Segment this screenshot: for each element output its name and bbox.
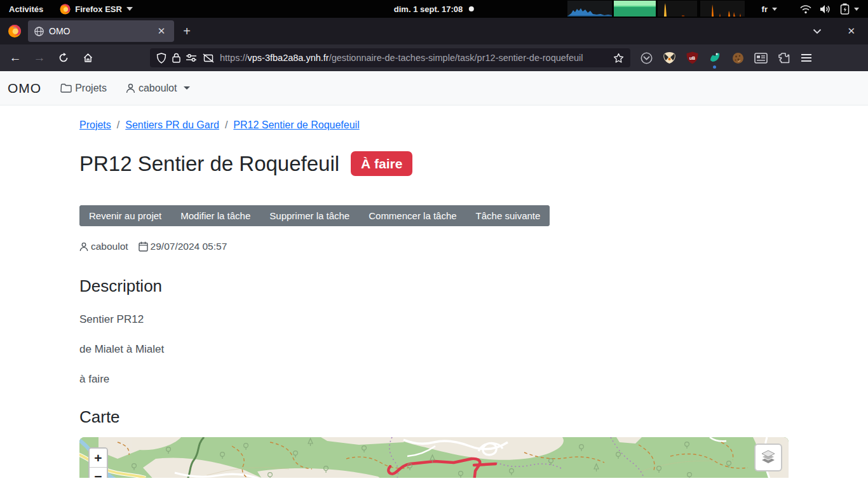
home-button[interactable] bbox=[78, 48, 98, 67]
map-heading: Carte bbox=[79, 407, 789, 427]
description-heading: Description bbox=[79, 276, 789, 296]
page-title: PR12 Sentier de Roquefeuil bbox=[79, 152, 339, 176]
page-content: OMO Projets caboulot Projets / Sentiers … bbox=[0, 71, 868, 488]
ublock-origin-icon[interactable]: uB bbox=[685, 51, 699, 65]
map-tiles bbox=[79, 437, 789, 478]
description-paragraph: de Mialet à Mialet bbox=[79, 343, 789, 356]
page-title-row: PR12 Sentier de Roquefeuil À faire bbox=[79, 151, 789, 176]
caret-down-icon bbox=[126, 7, 133, 11]
menu-hamburger-icon[interactable] bbox=[799, 51, 813, 65]
record-dot-icon bbox=[469, 6, 474, 11]
tab-title: OMO bbox=[49, 26, 149, 36]
firefox-tab-bar: OMO ✕ + ✕ bbox=[0, 18, 868, 44]
blocked-autoplay-icon[interactable] bbox=[203, 53, 214, 63]
lock-icon[interactable] bbox=[172, 53, 180, 63]
permissions-icon[interactable] bbox=[186, 53, 197, 62]
activities-button[interactable]: Activités bbox=[9, 0, 43, 18]
edit-task-button[interactable]: Modifier la tâche bbox=[171, 205, 260, 226]
activities-label: Activités bbox=[9, 4, 43, 14]
breadcrumb-separator: / bbox=[117, 119, 119, 131]
map[interactable]: + − bbox=[79, 437, 789, 478]
folder-icon bbox=[60, 83, 72, 93]
battery-indicator[interactable] bbox=[840, 0, 859, 18]
zoom-out-button[interactable]: − bbox=[90, 467, 107, 478]
reload-button[interactable] bbox=[53, 48, 74, 67]
list-tabs-chevron-icon[interactable] bbox=[813, 29, 822, 34]
tracking-shield-icon[interactable] bbox=[156, 53, 166, 64]
brand[interactable]: OMO bbox=[8, 81, 41, 96]
task-meta: caboulot 29/07/2024 05:57 bbox=[79, 241, 789, 252]
notification-dot bbox=[713, 65, 716, 69]
url-path: /gestionnaire-de-taches-simple/task/pr12… bbox=[329, 53, 583, 63]
battery-charging-icon bbox=[840, 3, 850, 15]
keyboard-layout-indicator[interactable]: fr bbox=[762, 0, 777, 18]
caret-down-icon bbox=[854, 8, 859, 11]
next-task-button[interactable]: Tâche suivante bbox=[466, 205, 550, 226]
clock[interactable]: dim. 1 sept. 17:08 bbox=[394, 0, 474, 18]
reader-card-extension-icon[interactable] bbox=[754, 51, 768, 65]
app-menu-label: Firefox ESR bbox=[75, 4, 122, 14]
bookmark-star-icon[interactable] bbox=[613, 53, 624, 64]
firefox-logo-icon bbox=[8, 24, 22, 38]
author-meta: caboulot bbox=[79, 241, 128, 252]
nav-user-dropdown[interactable]: caboulot bbox=[126, 83, 191, 94]
sysmon-disk-graph bbox=[700, 1, 745, 17]
date-label: 29/07/2024 05:57 bbox=[151, 241, 227, 252]
status-badge: À faire bbox=[351, 151, 412, 176]
nav-projects-link[interactable]: Projets bbox=[60, 83, 107, 94]
task-actions: Revenir au projet Modifier la tâche Supp… bbox=[79, 205, 550, 226]
site-navbar: OMO Projets caboulot bbox=[0, 71, 868, 105]
wifi-icon[interactable] bbox=[800, 4, 811, 14]
breadcrumb-projets[interactable]: Projets bbox=[79, 119, 111, 131]
reload-icon bbox=[58, 53, 69, 63]
url-domain: vps-3fba2a8a.ynh.fr bbox=[248, 53, 329, 63]
privacy-badger-icon[interactable] bbox=[662, 51, 676, 65]
window-close-button[interactable]: ✕ bbox=[847, 25, 855, 37]
start-task-button[interactable]: Commencer la tâche bbox=[359, 205, 466, 226]
breadcrumb-sentiers[interactable]: Sentiers PR du Gard bbox=[125, 119, 219, 131]
extension-teal-icon[interactable] bbox=[708, 51, 722, 65]
browser-tab[interactable]: OMO ✕ bbox=[28, 20, 174, 42]
description-paragraph: à faire bbox=[79, 373, 789, 386]
breadcrumb-current[interactable]: PR12 Sentier de Roquefeuil bbox=[233, 119, 359, 131]
zoom-in-button[interactable]: + bbox=[90, 449, 107, 467]
map-layers-control[interactable] bbox=[754, 444, 782, 471]
volume-icon[interactable] bbox=[820, 4, 832, 14]
forward-button[interactable]: → bbox=[29, 48, 50, 67]
url-text[interactable]: https://vps-3fba2a8a.ynh.fr/gestionnaire… bbox=[220, 53, 607, 63]
sysmon-cpu-graph bbox=[567, 1, 612, 17]
breadcrumb-separator: / bbox=[225, 119, 227, 131]
firefox-logo-icon bbox=[60, 4, 71, 15]
map-zoom-control: + − bbox=[88, 447, 108, 478]
url-bar[interactable]: https://vps-3fba2a8a.ynh.fr/gestionnaire… bbox=[150, 48, 630, 67]
caret-down-icon bbox=[184, 86, 190, 90]
breadcrumb: Projets / Sentiers PR du Gard / PR12 Sen… bbox=[79, 119, 789, 131]
new-tab-button[interactable]: + bbox=[179, 24, 194, 39]
date-meta: 29/07/2024 05:57 bbox=[139, 241, 227, 252]
globe-icon bbox=[34, 27, 44, 36]
cookie-extension-icon[interactable] bbox=[731, 51, 745, 65]
pocket-icon[interactable] bbox=[639, 51, 653, 65]
clock-label: dim. 1 sept. 17:08 bbox=[394, 4, 463, 14]
delete-task-button[interactable]: Supprimer la tâche bbox=[260, 205, 359, 226]
caret-down-icon bbox=[772, 8, 777, 11]
back-button[interactable]: ← bbox=[5, 48, 25, 67]
home-icon bbox=[83, 53, 93, 63]
sysmon-net-graph bbox=[658, 1, 697, 17]
extension-icons: uB bbox=[639, 51, 813, 65]
url-scheme: https:// bbox=[220, 53, 248, 63]
sysmon-memory-graph bbox=[614, 1, 656, 17]
svg-text:uB: uB bbox=[689, 56, 695, 60]
back-to-project-button[interactable]: Revenir au projet bbox=[79, 205, 171, 226]
firefox-toolbar: ← → https://vps-3fba2a8a.ynh.fr/gestionn… bbox=[0, 44, 868, 71]
person-icon bbox=[126, 83, 135, 93]
nav-projects-label: Projets bbox=[75, 83, 107, 94]
app-menu[interactable]: Firefox ESR bbox=[60, 0, 133, 18]
screen: Activités Firefox ESR dim. 1 sept. 17:08… bbox=[0, 0, 868, 488]
extensions-puzzle-icon[interactable] bbox=[776, 51, 790, 65]
keyboard-layout-label: fr bbox=[762, 4, 768, 14]
gnome-top-bar: Activités Firefox ESR dim. 1 sept. 17:08… bbox=[0, 0, 868, 18]
author-label: caboulot bbox=[91, 241, 128, 252]
tab-close-button[interactable]: ✕ bbox=[154, 24, 169, 39]
calendar-icon bbox=[139, 241, 148, 252]
